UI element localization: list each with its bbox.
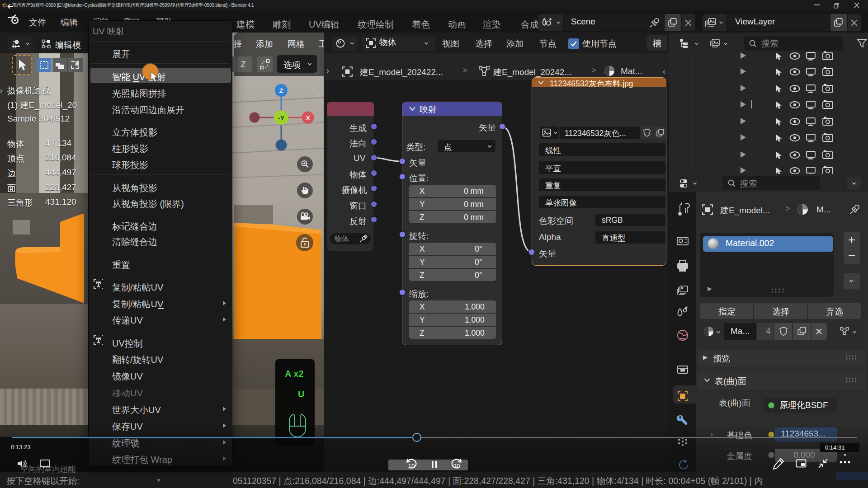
svg-text:X: X xyxy=(306,114,310,122)
svg-text:-Y: -Y xyxy=(278,114,285,122)
svg-text:Z: Z xyxy=(279,87,283,94)
